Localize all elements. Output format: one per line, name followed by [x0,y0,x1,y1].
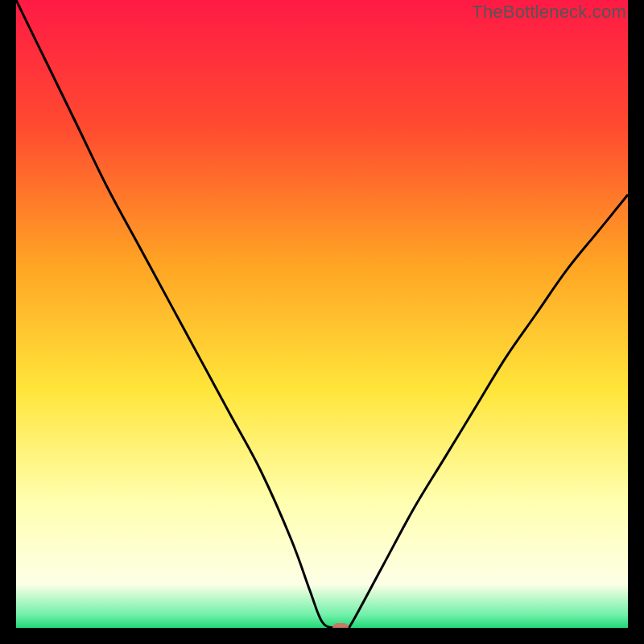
optimum-marker [332,623,349,628]
watermark-text: TheBottleneck.com [472,2,626,23]
bottleneck-curve [16,0,628,628]
frame: TheBottleneck.com [0,0,644,644]
plot-area [16,0,628,628]
